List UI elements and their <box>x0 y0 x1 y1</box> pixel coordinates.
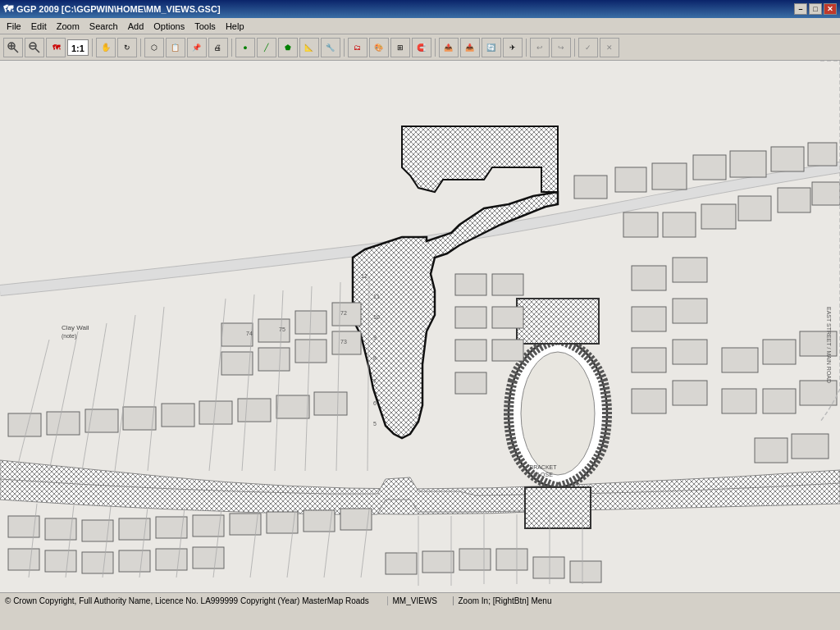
svg-rect-88 <box>422 551 454 573</box>
menu-item-help[interactable]: Help <box>221 20 249 33</box>
export-button[interactable]: 📤 <box>439 38 459 57</box>
redraw-button[interactable]: ↻ <box>117 38 137 57</box>
svg-rect-82 <box>45 550 76 572</box>
svg-rect-53 <box>492 340 523 361</box>
hint-text: Zoom In; [RightBtn] Menu <box>454 596 841 605</box>
close-button[interactable]: ✕ <box>824 3 837 15</box>
cancel-button[interactable]: ✕ <box>600 38 619 57</box>
svg-rect-40 <box>763 340 796 364</box>
maximize-button[interactable]: □ <box>809 3 822 15</box>
zoom-out-button[interactable] <box>25 38 44 57</box>
menu-item-search[interactable]: Search <box>84 20 123 33</box>
svg-rect-66 <box>162 404 194 427</box>
toolbar: 🗺 1:1 ✋ ↻ ⬡ 📋 📌 🖨 ● ╱ ⬟ 📐 🔧 🗂 🎨 ⊞ 🧲 📤 📥 … <box>0 34 840 61</box>
tick-button[interactable]: ✓ <box>578 38 598 57</box>
svg-text:EAST STREET / MAIN ROAD: EAST STREET / MAIN ROAD <box>826 307 832 383</box>
properties-button[interactable]: 🔧 <box>321 38 340 57</box>
svg-rect-52 <box>492 307 523 328</box>
map-svg: Clay Wall (note) BRACKET CLOSE 74 75 72 … <box>0 61 840 592</box>
svg-rect-16 <box>517 299 599 344</box>
svg-rect-63 <box>47 412 80 435</box>
scale-label: 1:1 <box>67 39 89 56</box>
menu-item-edit[interactable]: Edit <box>26 20 52 33</box>
svg-text:(note): (note) <box>62 333 76 340</box>
copy-button[interactable]: 📋 <box>166 38 185 57</box>
svg-rect-42 <box>722 389 756 413</box>
svg-text:8: 8 <box>373 355 377 361</box>
svg-rect-89 <box>459 549 491 570</box>
svg-rect-18 <box>574 176 607 199</box>
svg-text:72: 72 <box>340 310 347 316</box>
svg-rect-69 <box>276 395 309 418</box>
svg-rect-85 <box>156 549 187 570</box>
zoom-extent-button[interactable]: 🗺 <box>46 38 66 57</box>
undo-button[interactable]: ↩ <box>530 38 550 57</box>
sep6 <box>526 39 527 57</box>
svg-rect-37 <box>673 340 707 364</box>
add-polygon-button[interactable]: ⬟ <box>278 38 298 57</box>
paste-button[interactable]: 📌 <box>187 38 207 57</box>
svg-rect-24 <box>808 143 837 166</box>
svg-point-15 <box>521 352 595 475</box>
svg-rect-50 <box>455 372 486 394</box>
svg-rect-34 <box>632 389 666 413</box>
svg-rect-92 <box>570 561 601 582</box>
svg-rect-72 <box>45 518 76 540</box>
svg-text:6: 6 <box>373 400 377 406</box>
sep7 <box>574 39 575 57</box>
sep1 <box>92 39 93 57</box>
add-line-button[interactable]: ╱ <box>257 38 276 57</box>
select-button[interactable]: ⬡ <box>144 38 164 57</box>
svg-rect-65 <box>123 407 156 430</box>
svg-rect-44 <box>800 381 837 405</box>
zoom-in-button[interactable] <box>3 38 23 57</box>
menu-bar: FileEditZoomSearchAddOptionsToolsHelp <box>0 18 840 34</box>
menu-item-zoom[interactable]: Zoom <box>52 20 84 33</box>
svg-text:74: 74 <box>246 331 253 336</box>
minimize-button[interactable]: – <box>794 3 807 15</box>
svg-rect-55 <box>221 352 253 375</box>
add-point-button[interactable]: ● <box>235 38 255 57</box>
print-button[interactable]: 🖨 <box>208 38 228 57</box>
svg-rect-81 <box>8 549 39 570</box>
menu-item-options[interactable]: Options <box>148 20 189 33</box>
svg-text:12: 12 <box>361 273 368 279</box>
svg-text:11: 11 <box>373 294 380 299</box>
sep5 <box>435 39 436 57</box>
svg-rect-43 <box>763 389 796 413</box>
svg-rect-62 <box>8 413 41 436</box>
grid-button[interactable]: ⊞ <box>390 38 410 57</box>
svg-rect-91 <box>533 557 564 578</box>
svg-rect-45 <box>755 438 788 463</box>
pan-button[interactable]: ✋ <box>96 38 116 57</box>
measure-button[interactable]: 📐 <box>299 38 319 57</box>
svg-line-5 <box>35 48 39 52</box>
svg-rect-59 <box>295 340 326 363</box>
menu-item-add[interactable]: Add <box>123 20 149 33</box>
svg-rect-21 <box>693 155 726 180</box>
svg-rect-26 <box>663 212 696 237</box>
menu-item-file[interactable]: File <box>2 20 26 33</box>
menu-item-tools[interactable]: Tools <box>189 20 221 33</box>
theme-button[interactable]: 🎨 <box>369 38 389 57</box>
import-button[interactable]: 📥 <box>460 38 480 57</box>
refresh-button[interactable]: 🔄 <box>482 38 501 57</box>
svg-rect-83 <box>82 552 113 573</box>
view-name: MM_VIEWS <box>388 596 454 605</box>
layer-button[interactable]: 🗂 <box>348 38 368 57</box>
svg-rect-25 <box>623 212 658 237</box>
fly-button[interactable]: ✈ <box>503 38 523 57</box>
svg-rect-57 <box>258 348 290 371</box>
svg-text:Clay Wall: Clay Wall <box>62 324 89 331</box>
title-bar: 🗺 GGP 2009 [C:\GGPWIN\HOME\MM_VIEWS.GSC]… <box>0 0 840 18</box>
map-canvas[interactable]: Clay Wall (note) BRACKET CLOSE 74 75 72 … <box>0 61 840 592</box>
svg-rect-17 <box>525 487 591 528</box>
svg-rect-20 <box>652 163 687 189</box>
svg-rect-27 <box>701 204 736 229</box>
svg-rect-68 <box>238 399 271 422</box>
svg-rect-32 <box>632 307 666 331</box>
snap-button[interactable]: 🧲 <box>412 38 431 57</box>
svg-rect-77 <box>230 514 261 535</box>
svg-rect-86 <box>193 547 224 568</box>
redo-button[interactable]: ↪ <box>551 38 571 57</box>
